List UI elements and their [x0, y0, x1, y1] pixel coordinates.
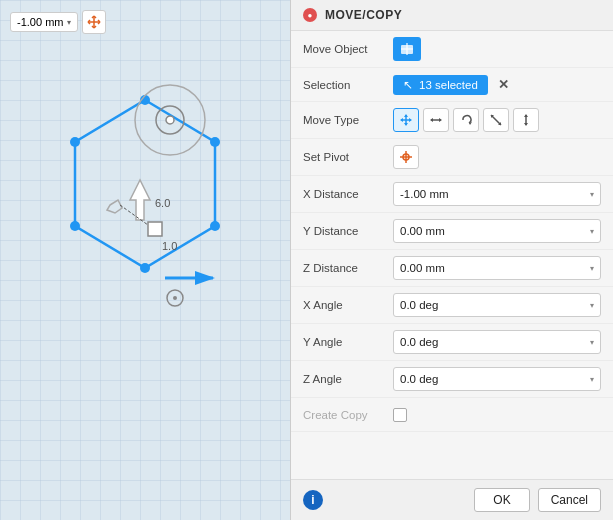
y-distance-content: 0.00 mm ▾ [393, 219, 601, 243]
panel-close-button[interactable]: ● [303, 8, 317, 22]
move-type-button-2[interactable] [423, 108, 449, 132]
selection-badge[interactable]: ↖ 13 selected [393, 75, 488, 95]
z-distance-input[interactable]: 0.00 mm ▾ [393, 256, 601, 280]
move-type-content [393, 108, 601, 132]
svg-text:6.0: 6.0 [155, 197, 170, 209]
move-type-row: Move Type [291, 102, 613, 139]
info-button[interactable]: i [303, 490, 323, 510]
z-distance-value: 0.00 mm [400, 262, 445, 274]
y-distance-value: 0.00 mm [400, 225, 445, 237]
x-distance-value: -1.00 mm [400, 188, 449, 200]
y-angle-value: 0.0 deg [400, 336, 438, 348]
cursor-icon: ↖ [403, 78, 413, 92]
move-object-row: Move Object [291, 31, 613, 68]
x-distance-row: X Distance -1.00 mm ▾ [291, 176, 613, 213]
z-distance-content: 0.00 mm ▾ [393, 256, 601, 280]
panel-footer: i OK Cancel [291, 479, 613, 520]
move-type-button-5[interactable] [513, 108, 539, 132]
y-distance-dropdown-icon: ▾ [590, 227, 594, 236]
svg-point-15 [70, 221, 80, 231]
svg-rect-21 [148, 222, 162, 236]
info-icon: i [311, 493, 314, 507]
panel-title: MOVE/COPY [325, 8, 402, 22]
canvas-svg: 6.0 1.0 [0, 0, 290, 520]
z-angle-input[interactable]: 0.0 deg ▾ [393, 367, 601, 391]
move-object-icon [400, 42, 414, 56]
svg-point-19 [166, 116, 174, 124]
x-angle-dropdown-icon: ▾ [590, 301, 594, 310]
z-angle-value: 0.0 deg [400, 373, 438, 385]
set-pivot-button[interactable] [393, 145, 419, 169]
x-angle-content: 0.0 deg ▾ [393, 293, 601, 317]
x-distance-label: X Distance [303, 188, 393, 200]
move-type-rotate-icon [459, 113, 473, 127]
y-angle-row: Y Angle 0.0 deg ▾ [291, 324, 613, 361]
move-type-horizontal-icon [429, 113, 443, 127]
z-angle-dropdown-icon: ▾ [590, 375, 594, 384]
x-angle-value: 0.0 deg [400, 299, 438, 311]
move-object-button[interactable] [393, 37, 421, 61]
z-distance-label: Z Distance [303, 262, 393, 274]
x-angle-row: X Angle 0.0 deg ▾ [291, 287, 613, 324]
ok-button[interactable]: OK [474, 488, 529, 512]
move-type-button-4[interactable] [483, 108, 509, 132]
z-angle-content: 0.0 deg ▾ [393, 367, 601, 391]
x-angle-input[interactable]: 0.0 deg ▾ [393, 293, 601, 317]
set-pivot-label: Set Pivot [303, 151, 393, 163]
cancel-button[interactable]: Cancel [538, 488, 601, 512]
move-type-translate-icon [399, 113, 413, 127]
create-copy-content [393, 408, 601, 422]
svg-marker-35 [404, 114, 408, 117]
y-distance-input[interactable]: 0.00 mm ▾ [393, 219, 601, 243]
selection-clear-button[interactable]: ✕ [498, 77, 509, 92]
x-distance-dropdown-icon: ▾ [590, 190, 594, 199]
svg-marker-47 [524, 114, 528, 117]
y-distance-label: Y Distance [303, 225, 393, 237]
selection-label: Selection [303, 79, 393, 91]
move-object-label: Move Object [303, 43, 393, 55]
svg-marker-36 [404, 123, 408, 126]
create-copy-label: Create Copy [303, 409, 393, 421]
set-pivot-row: Set Pivot [291, 139, 613, 176]
move-type-button-1[interactable] [393, 108, 419, 132]
selection-content: ↖ 13 selected ✕ [393, 75, 601, 95]
svg-point-29 [173, 296, 177, 300]
move-object-content [393, 37, 601, 61]
z-distance-row: Z Distance 0.00 mm ▾ [291, 250, 613, 287]
move-type-button-3[interactable] [453, 108, 479, 132]
svg-marker-38 [409, 118, 412, 122]
z-distance-dropdown-icon: ▾ [590, 264, 594, 273]
footer-buttons: OK Cancel [474, 488, 601, 512]
pivot-icon [398, 149, 414, 165]
panel-body: Move Object Selection ↖ 13 selected [291, 31, 613, 479]
y-angle-input[interactable]: 0.0 deg ▾ [393, 330, 601, 354]
set-pivot-content [393, 145, 601, 169]
svg-marker-41 [439, 118, 442, 122]
selection-count: 13 selected [419, 79, 478, 91]
create-copy-checkbox[interactable] [393, 408, 407, 422]
svg-marker-48 [524, 123, 528, 126]
svg-marker-20 [107, 200, 122, 213]
svg-point-14 [140, 263, 150, 273]
selection-row: Selection ↖ 13 selected ✕ [291, 68, 613, 102]
x-distance-input[interactable]: -1.00 mm ▾ [393, 182, 601, 206]
panel: ● MOVE/COPY Move Object Selection [290, 0, 613, 520]
svg-point-12 [210, 137, 220, 147]
x-angle-label: X Angle [303, 299, 393, 311]
svg-point-13 [210, 221, 220, 231]
svg-point-16 [70, 137, 80, 147]
move-type-vertical-icon [519, 113, 533, 127]
svg-text:1.0: 1.0 [162, 240, 177, 252]
svg-marker-10 [75, 100, 215, 268]
y-angle-label: Y Angle [303, 336, 393, 348]
x-distance-content: -1.00 mm ▾ [393, 182, 601, 206]
y-distance-row: Y Distance 0.00 mm ▾ [291, 213, 613, 250]
z-angle-row: Z Angle 0.0 deg ▾ [291, 361, 613, 398]
panel-header: ● MOVE/COPY [291, 0, 613, 31]
canvas-area: -1.00 mm ▾ [0, 0, 290, 520]
move-type-diagonal-icon [489, 113, 503, 127]
move-type-label: Move Type [303, 114, 393, 126]
y-angle-dropdown-icon: ▾ [590, 338, 594, 347]
create-copy-row: Create Copy [291, 398, 613, 432]
y-angle-content: 0.0 deg ▾ [393, 330, 601, 354]
